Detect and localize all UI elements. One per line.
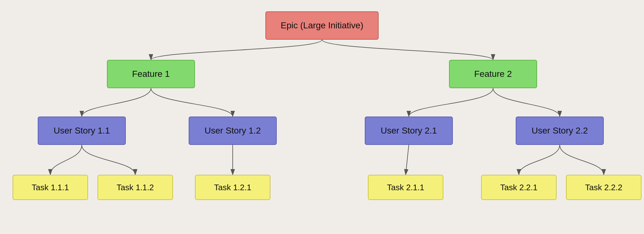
story-1-2-node: User Story 1.2 [189, 117, 277, 145]
story-2-1-node: User Story 2.1 [365, 117, 453, 145]
epic-node: Epic (Large Initiative) [265, 11, 379, 40]
story-1-1-label: User Story 1.1 [54, 126, 110, 136]
task-2-2-1-label: Task 2.2.1 [500, 183, 538, 192]
task-1-1-2-node: Task 1.1.2 [97, 175, 173, 200]
feature2-node: Feature 2 [449, 60, 537, 88]
task-2-2-2-node: Task 2.2.2 [566, 175, 641, 200]
task-2-1-1-label: Task 2.1.1 [387, 183, 425, 192]
task-1-1-1-node: Task 1.1.1 [13, 175, 88, 200]
feature2-label: Feature 2 [474, 69, 512, 79]
story-2-1-label: User Story 2.1 [381, 126, 437, 136]
task-2-1-1-node: Task 2.1.1 [368, 175, 443, 200]
task-1-1-2-label: Task 1.1.2 [117, 183, 154, 192]
task-1-2-1-node: Task 1.2.1 [195, 175, 270, 200]
story-2-2-node: User Story 2.2 [516, 117, 604, 145]
task-2-2-2-label: Task 2.2.2 [585, 183, 623, 192]
task-2-2-1-node: Task 2.2.1 [481, 175, 557, 200]
task-1-1-1-label: Task 1.1.1 [32, 183, 69, 192]
feature1-node: Feature 1 [107, 60, 195, 88]
feature1-label: Feature 1 [132, 69, 170, 79]
epic-label: Epic (Large Initiative) [280, 20, 363, 31]
task-1-2-1-label: Task 1.2.1 [214, 183, 252, 192]
diagram-container: Epic (Large Initiative) Feature 1 Featur… [0, 0, 644, 234]
story-2-2-label: User Story 2.2 [532, 126, 588, 136]
story-1-1-node: User Story 1.1 [38, 117, 126, 145]
story-1-2-label: User Story 1.2 [205, 126, 261, 136]
